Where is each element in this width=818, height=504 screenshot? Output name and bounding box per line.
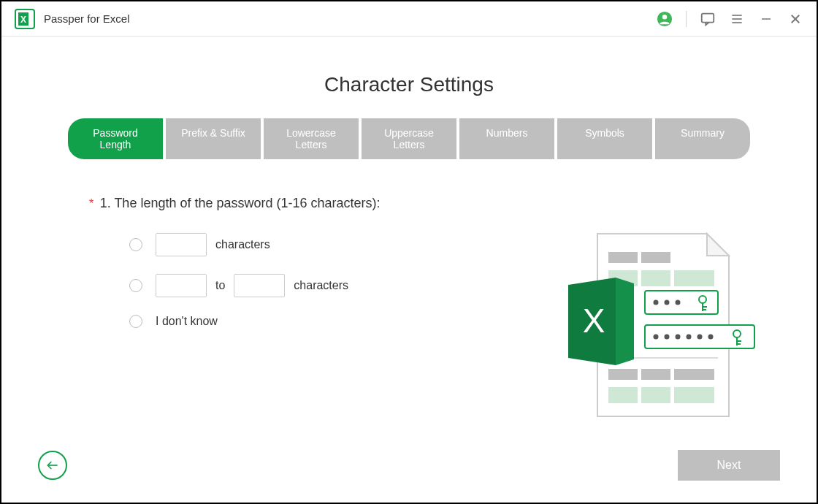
dontknow-label: I don't know bbox=[156, 315, 218, 328]
user-icon[interactable] bbox=[657, 11, 673, 27]
tab-numbers[interactable]: Numbers bbox=[459, 118, 554, 159]
radio-exact[interactable] bbox=[129, 238, 142, 251]
svg-text:X: X bbox=[20, 15, 26, 25]
svg-rect-12 bbox=[608, 252, 638, 263]
svg-rect-17 bbox=[608, 369, 638, 380]
app-logo: X bbox=[15, 9, 35, 29]
svg-point-4 bbox=[662, 15, 667, 19]
svg-point-37 bbox=[687, 335, 692, 340]
exact-chars-input[interactable] bbox=[156, 233, 207, 256]
exact-chars-label: characters bbox=[215, 238, 270, 251]
svg-rect-13 bbox=[641, 252, 670, 263]
tab-prefix-suffix[interactable]: Prefix & Suffix bbox=[166, 118, 261, 159]
tab-uppercase-letters[interactable]: Uppercase Letters bbox=[362, 118, 456, 159]
tab-lowercase-letters[interactable]: Lowercase Letters bbox=[264, 118, 359, 159]
svg-rect-5 bbox=[702, 13, 714, 22]
feedback-icon[interactable] bbox=[700, 11, 716, 27]
svg-rect-19 bbox=[674, 369, 714, 380]
required-mark: * bbox=[89, 197, 93, 210]
tab-password-length[interactable]: Password Length bbox=[68, 118, 163, 159]
svg-rect-16 bbox=[674, 270, 714, 286]
svg-point-34 bbox=[654, 335, 659, 340]
next-button[interactable]: Next bbox=[678, 450, 780, 481]
menu-icon[interactable] bbox=[729, 11, 745, 27]
question: * 1. The length of the password (1-16 ch… bbox=[89, 196, 773, 211]
illustration: X bbox=[568, 226, 758, 431]
divider bbox=[686, 11, 687, 27]
svg-point-36 bbox=[676, 335, 681, 340]
svg-rect-21 bbox=[641, 387, 670, 403]
tab-symbols[interactable]: Symbols bbox=[557, 118, 652, 159]
page-title: Character Settings bbox=[45, 73, 773, 96]
tabs: Password Length Prefix & Suffix Lowercas… bbox=[45, 118, 773, 159]
tab-summary[interactable]: Summary bbox=[655, 118, 750, 159]
radio-dontknow[interactable] bbox=[129, 315, 142, 328]
question-text: 1. The length of the password (1-16 char… bbox=[100, 196, 381, 210]
radio-range[interactable] bbox=[129, 279, 142, 292]
svg-point-27 bbox=[665, 300, 670, 305]
minimize-icon[interactable] bbox=[758, 11, 774, 27]
app-title: Passper for Excel bbox=[44, 12, 130, 25]
svg-rect-15 bbox=[641, 270, 670, 286]
svg-point-38 bbox=[697, 335, 703, 340]
title-bar: X Passper for Excel bbox=[1, 1, 817, 37]
range-chars-label: characters bbox=[294, 279, 348, 292]
svg-text:X: X bbox=[583, 302, 605, 340]
svg-point-35 bbox=[665, 335, 670, 340]
svg-rect-20 bbox=[608, 387, 638, 403]
range-to-label: to bbox=[215, 279, 225, 292]
svg-rect-18 bbox=[641, 369, 670, 380]
range-to-input[interactable] bbox=[234, 274, 285, 297]
svg-rect-22 bbox=[674, 387, 714, 403]
close-icon[interactable] bbox=[787, 11, 803, 27]
svg-point-26 bbox=[654, 300, 659, 305]
range-from-input[interactable] bbox=[156, 274, 207, 297]
svg-point-39 bbox=[708, 335, 714, 340]
svg-point-28 bbox=[676, 300, 681, 305]
back-button[interactable] bbox=[38, 451, 67, 480]
